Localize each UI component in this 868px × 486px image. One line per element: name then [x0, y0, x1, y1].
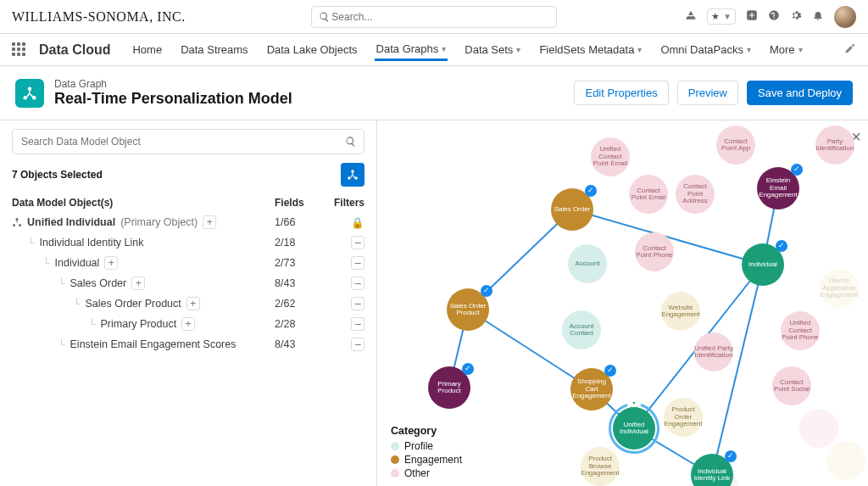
preview-button[interactable]: Preview [677, 81, 738, 105]
tree-row[interactable]: └Sales Order Product+2/62− [12, 293, 364, 314]
lock-icon: 🔒 [351, 216, 364, 229]
app-launcher-icon[interactable] [12, 42, 27, 58]
nav-item-fieldsets-metadata[interactable]: FieldSets Metadata▾ [537, 40, 643, 59]
graph-node-ghost[interactable]: Website Engagement [661, 292, 700, 331]
data-graph-icon [15, 79, 44, 108]
setup-gear-icon[interactable] [790, 9, 802, 24]
graph-node-ghost[interactable]: Party Identification [815, 126, 854, 165]
nav-item-omni-datapacks[interactable]: Omni DataPacks▾ [659, 40, 753, 59]
hierarchy-icon [12, 217, 22, 227]
graph-node-ghost[interactable]: Unified Party Identification [694, 332, 733, 371]
tree-row[interactable]: └Einstein Email Engagement Scores8/43− [12, 334, 364, 355]
graph-node-ghost[interactable]: Account [568, 244, 607, 283]
graph-node-ghost[interactable]: Product Browse Engagement [581, 447, 620, 486]
row-sublabel: (Primary Object) [120, 216, 198, 228]
graph-node-primary-product[interactable]: Primary Product✓ [428, 366, 470, 409]
graph-node-ghost[interactable]: Contact Point Address [676, 175, 715, 214]
graph-view-button[interactable] [341, 163, 364, 187]
trailhead-icon[interactable] [685, 9, 697, 24]
dmo-search[interactable] [12, 129, 364, 154]
graph-node-ghost[interactable] [799, 409, 838, 448]
tree-row[interactable]: Unified Individual(Primary Object)+1/66🔒 [12, 212, 364, 232]
workspace: 7 Objects Selected Data Model Object(s) … [0, 120, 868, 486]
chevron-down-icon: ▾ [516, 45, 520, 54]
app-nav: Data Cloud HomeData StreamsData Lake Obj… [0, 34, 868, 66]
record-title: Real-Time Personalization Model [54, 90, 292, 108]
remove-button[interactable]: − [351, 317, 364, 331]
notifications-bell-icon[interactable] [812, 9, 824, 24]
user-avatar[interactable] [834, 6, 856, 28]
org-brand: WILLIAMS-SONOMA, INC. [12, 9, 186, 25]
graph-node-shopping-cart[interactable]: Shopping Cart Engagement✓ [570, 368, 613, 411]
star-icon: ★ [711, 11, 720, 22]
dmo-search-input[interactable] [19, 135, 345, 148]
legend-item: Profile [391, 440, 462, 452]
row-filters: − [326, 297, 364, 310]
add-child-button[interactable]: + [186, 297, 200, 310]
remove-button[interactable]: − [351, 338, 364, 351]
add-child-button[interactable]: + [104, 256, 118, 270]
add-child-button[interactable]: + [181, 317, 195, 331]
tree-row[interactable]: └Individual Identity Link2/18− [12, 232, 364, 253]
row-label: Primary Product [101, 318, 177, 330]
checkmark-icon: ✓ [604, 365, 616, 377]
legend-swatch [391, 469, 399, 478]
dmo-tree: Unified Individual(Primary Object)+1/66🔒… [12, 212, 364, 355]
legend-item: Engagement [391, 454, 462, 466]
legend: Category ProfileEngagementOther [391, 425, 462, 479]
row-fields: 8/43 [275, 338, 326, 350]
global-search-input[interactable] [330, 10, 549, 24]
nav-item-data-graphs[interactable]: Data Graphs▾ [375, 39, 448, 61]
graph-node-ghost[interactable]: Account Contact [562, 310, 601, 349]
add-icon[interactable] [746, 9, 758, 24]
add-child-button[interactable]: + [203, 215, 216, 229]
graph-node-ghost[interactable]: Product Order Engagement [664, 398, 703, 437]
remove-button[interactable]: − [351, 236, 364, 249]
graph-node-ghost[interactable]: Contact Point Phone [635, 232, 674, 271]
save-deploy-button[interactable]: Save and Deploy [747, 81, 853, 105]
nav-item-data-lake-objects[interactable]: Data Lake Objects [265, 40, 359, 59]
row-label: Sales Order Product [86, 298, 181, 310]
row-filters: − [326, 317, 364, 331]
tree-row[interactable]: └Individual+2/73− [12, 253, 364, 273]
graph-node-ghost[interactable] [826, 441, 865, 480]
svg-point-9 [19, 224, 21, 226]
chevron-down-icon: ▼ [723, 12, 732, 21]
nav-label: Data Lake Objects [267, 43, 358, 56]
graph-node-ghost[interactable]: Contact Point Email [629, 175, 668, 214]
nav-item-data-streams[interactable]: Data Streams [179, 40, 249, 59]
graph-node-unified-individual[interactable]: Unified Individual [613, 407, 655, 450]
help-icon[interactable] [768, 9, 780, 24]
graph-node-sales-order-product[interactable]: Sales Order Product✓ [447, 288, 489, 331]
row-filters: − [326, 236, 364, 249]
legend-swatch [391, 442, 399, 450]
graph-node-einstein-email[interactable]: Einstein Email Engagement✓ [757, 167, 799, 209]
edit-properties-button[interactable]: Edit Properties [574, 81, 668, 105]
nav-item-data-sets[interactable]: Data Sets▾ [463, 40, 522, 59]
remove-button[interactable]: − [351, 256, 364, 270]
add-child-button[interactable]: + [131, 277, 145, 290]
graph-node-identity-link[interactable]: Individual Identity Link✓ [691, 454, 733, 486]
tree-row[interactable]: └Sales Order+8/43− [12, 273, 364, 293]
graph-node-ghost[interactable]: Contact Point App [716, 126, 755, 165]
tree-row[interactable]: └Primary Product+2/28− [12, 314, 364, 334]
branch-icon: └ [42, 257, 50, 269]
graph-node-ghost[interactable]: Unified Contact Point Email [591, 137, 630, 176]
graph-node-ghost[interactable]: Contact Point Social [772, 366, 811, 405]
remove-button[interactable]: − [351, 297, 364, 310]
graph-node-ghost[interactable]: Device Application Engagement [820, 269, 859, 308]
row-label: Individual [55, 257, 100, 269]
global-search[interactable] [311, 6, 557, 28]
svg-point-10 [633, 402, 636, 405]
nav-label: Data Streams [181, 43, 248, 56]
favorites-menu[interactable]: ★▼ [707, 8, 736, 25]
graph-node-ghost[interactable]: Unified Contact Point Phone [781, 311, 820, 350]
graph-canvas[interactable]: × Unified Contact Point EmailContact Poi… [377, 120, 868, 486]
remove-button[interactable]: − [351, 277, 364, 290]
edit-nav-icon[interactable] [844, 42, 856, 57]
graph-node-sales-order[interactable]: Sales Order✓ [551, 188, 593, 231]
nav-item-home[interactable]: Home [131, 40, 164, 59]
nav-item-more[interactable]: More▾ [768, 40, 804, 59]
chevron-down-icon: ▾ [747, 45, 751, 54]
graph-node-individual[interactable]: Individual✓ [742, 243, 784, 286]
